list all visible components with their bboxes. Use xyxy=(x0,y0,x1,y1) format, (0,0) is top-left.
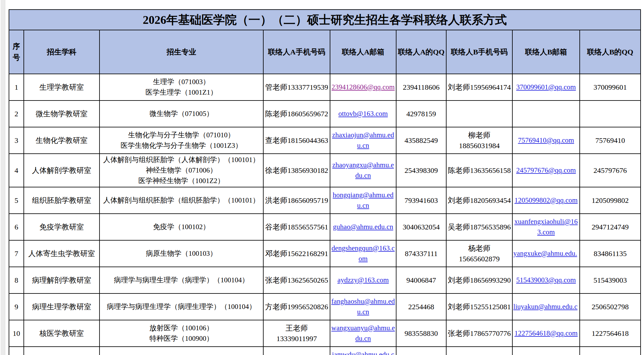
contact-a-qq-cell: 435882549 xyxy=(396,127,446,154)
email-link[interactable]: 515439003@qq.com xyxy=(516,276,576,284)
majors-cell: 病原生物学（100103） xyxy=(100,240,263,267)
major-line: 放射医学（100106） xyxy=(101,323,262,333)
majors-cell: 人体解剖与组织胚胎学（人体解剖学）（100101）神经生物学（071006）医学… xyxy=(100,154,263,187)
email-link[interactable]: hongqiang@ahmu.edu.cn xyxy=(333,191,394,209)
major-line: 医学生物化学与分子生物学（1001Z3） xyxy=(101,140,262,151)
contact-a-qq-cell: 874337111 xyxy=(396,240,446,267)
contact-b-phone-cell: 刘老师18656993290 xyxy=(446,267,512,293)
header-row: 序号招生学科招生专业联络人A手机号码联络人A邮箱联络人A的QQ联络人B手机号码联… xyxy=(9,30,641,74)
contact-b-email-cell: 1227564618@qq.com xyxy=(512,320,580,347)
email-link[interactable]: 75769410@qq.com xyxy=(518,136,574,144)
column-header-discipline: 招生学科 xyxy=(24,30,100,74)
major-line: 人体解剖与组织胚胎学（组织胚胎学）（100101） xyxy=(101,195,262,206)
discipline-cell: 化学教研室 xyxy=(24,347,100,355)
email-link[interactable]: zhaxiaojun@ahmu.edu.cn xyxy=(332,131,394,149)
table-row: 5组织胚胎学教研室人体解剖与组织胚胎学（组织胚胎学）（100101）洪老师186… xyxy=(9,187,641,214)
document-page: 2026年基础医学院（一）（二）硕士研究生招生各学科联络人联系方式 序号招生学科… xyxy=(0,0,644,355)
majors-cell: 放射医学（100106）特种医学（100900） xyxy=(100,320,263,347)
contact-a-qq-cell: 983558830 xyxy=(396,320,446,347)
contact-b-qq-cell: 1227564618 xyxy=(580,320,641,347)
contact-b-qq-cell: 370099601 xyxy=(580,74,641,101)
contact-b-email-cell: 75769410@qq.com xyxy=(512,127,580,154)
contact-a-phone-cell: 洪老师18656095719 xyxy=(263,187,330,214)
row-number-cell: 10 xyxy=(9,320,24,347)
contact-b-qq-cell: 834861135 xyxy=(580,240,641,267)
column-header-email_b: 联络人B邮箱 xyxy=(512,30,580,74)
contact-b-email-cell: 1205099802@qq.com xyxy=(512,187,580,214)
email-link[interactable]: zhaoyangxu@ahmu.edu.cn xyxy=(332,161,394,179)
contact-a-email-cell: wangxuanyu@ahmu.edu.cn xyxy=(330,320,396,347)
contacts-table: 2026年基础医学院（一）（二）硕士研究生招生各学科联络人联系方式 序号招生学科… xyxy=(9,9,641,355)
email-link[interactable]: 1227564618@qq.com xyxy=(515,329,578,337)
table-row: 10核医学教研室放射医学（100106）特种医学（100900）王老师 1333… xyxy=(9,320,641,347)
email-link[interactable]: liuyakun@ahmu.edu.c xyxy=(513,303,578,310)
table-row: 1生理学教研室生理学（071003）医学生理学（1001Z1）管老师133377… xyxy=(9,74,641,101)
table-row: 9病理生理学教研室病理学与病理生理学（病理生理学）（100104）方老师1995… xyxy=(9,293,641,320)
contact-a-email-cell: zhaoyangxu@ahmu.edu.cn xyxy=(330,154,396,187)
row-number-cell: 6 xyxy=(9,214,24,240)
column-header-majors: 招生专业 xyxy=(100,30,263,74)
column-header-phone_a: 联络人A手机号码 xyxy=(263,30,330,74)
contact-a-phone-cell: 邓老师15622168291 xyxy=(263,240,330,267)
contact-b-phone-cell: 吴老师18756535896 xyxy=(446,214,512,240)
email-link[interactable]: aydzzy@163.com xyxy=(337,276,389,284)
table-row: 6免疫学教研室免疫学（100102）谷老师18556557561guhao@ah… xyxy=(9,214,641,240)
column-header-qq_a: 联络人A的QQ xyxy=(396,30,446,74)
row-number-cell: 2 xyxy=(9,101,24,127)
email-link[interactable]: dengshengqun@163.com xyxy=(332,244,395,263)
contact-a-email-cell: iamwdu@ahmu.edu.cn xyxy=(330,347,396,355)
email-link[interactable]: guhao@ahmu.edu.cn xyxy=(333,223,393,231)
contact-a-email-cell: dengshengqun@163.com xyxy=(330,240,396,267)
row-number-cell: 9 xyxy=(9,293,24,320)
majors-cell: 微生物学（071005） xyxy=(100,101,263,127)
discipline-cell: 微生物学教研室 xyxy=(24,101,100,127)
discipline-cell: 生理学教研室 xyxy=(24,74,100,101)
column-header-no: 序号 xyxy=(9,30,24,74)
contact-b-qq-cell: 2947124749 xyxy=(580,214,641,240)
majors-cell: 免疫学（100102） xyxy=(100,214,263,240)
contact-a-email-cell: 2394128606@qq.com xyxy=(330,74,396,101)
contact-a-phone-cell: 徐老师13856930182 xyxy=(263,154,330,187)
email-link[interactable]: 245797676@qq.com xyxy=(516,166,576,174)
table-row: 7人体寄生虫学教研室病原生物学（100103）邓老师15622168291den… xyxy=(9,240,641,267)
contact-a-qq-cell: 350998129 xyxy=(396,347,446,355)
email-link[interactable]: yangxuke@ahmu.edu. xyxy=(513,250,577,257)
row-number-cell: 5 xyxy=(9,187,24,214)
page-title: 2026年基础医学院（一）（二）硕士研究生招生各学科联络人联系方式 xyxy=(9,10,641,30)
contact-b-email-cell: 370099601@qq.com xyxy=(512,74,580,101)
title-row: 2026年基础医学院（一）（二）硕士研究生招生各学科联络人联系方式 xyxy=(9,10,641,30)
discipline-cell: 核医学教研室 xyxy=(24,320,100,347)
email-link[interactable]: 2394128606@qq.com xyxy=(332,83,395,91)
contact-b-qq-cell: 1205099802 xyxy=(580,187,641,214)
contact-b-phone-cell: 柳老师 18856031984 xyxy=(446,127,512,154)
contact-a-email-cell: zhaxiaojun@ahmu.edu.cn xyxy=(330,127,396,154)
contact-a-email-cell: fanghaoshu@ahmu.edu.cn xyxy=(330,293,396,320)
email-link[interactable]: ottovb@163.com xyxy=(338,110,388,118)
table-row: 2微生物学教研室微生物学（071005）陈老师18605659672ottovb… xyxy=(9,101,641,127)
email-link[interactable]: wangxuanyu@ahmu.edu.cn xyxy=(331,324,395,342)
row-number-cell: 1 xyxy=(9,74,24,101)
discipline-cell: 人体寄生虫学教研室 xyxy=(24,240,100,267)
table-row: 4人体解剖学教研室人体解剖与组织胚胎学（人体解剖学）（100101）神经生物学（… xyxy=(9,154,641,187)
contact-a-qq-cell: 2394118606 xyxy=(396,74,446,101)
row-number-cell: 7 xyxy=(9,240,24,267)
contact-a-phone-cell: 王老师 13339011997 xyxy=(263,320,330,347)
discipline-cell: 病理解剖学教研室 xyxy=(24,267,100,293)
contact-a-phone-cell: 杜老师 xyxy=(263,347,330,355)
email-link[interactable]: 1205099802@qq.com xyxy=(515,196,578,204)
row-number-cell: 4 xyxy=(9,154,24,187)
contact-b-phone-cell: 杨老师 15665602879 xyxy=(446,240,512,267)
contact-a-phone-cell: 查老师18156044363 xyxy=(263,127,330,154)
column-header-phone_b: 联络人B手机号码 xyxy=(446,30,512,74)
email-link[interactable]: 370099601@qq.com xyxy=(516,83,576,91)
contact-b-email-cell xyxy=(512,101,580,127)
email-link[interactable]: xuanfengxiaohuli@163.com xyxy=(514,218,578,236)
major-line: 医学生理学（1001Z1） xyxy=(101,87,262,98)
email-link[interactable]: fanghaoshu@ahmu.edu.cn xyxy=(331,297,395,316)
discipline-cell: 病理生理学教研室 xyxy=(24,293,100,320)
email-link[interactable]: iamwdu@ahmu.edu.cn xyxy=(332,351,394,355)
contact-b-email-cell: 287680625@qq.com xyxy=(512,347,580,355)
discipline-cell: 组织胚胎学教研室 xyxy=(24,187,100,214)
contact-b-phone-cell xyxy=(446,101,512,127)
contact-b-phone-cell: 洪老师 xyxy=(446,347,512,355)
